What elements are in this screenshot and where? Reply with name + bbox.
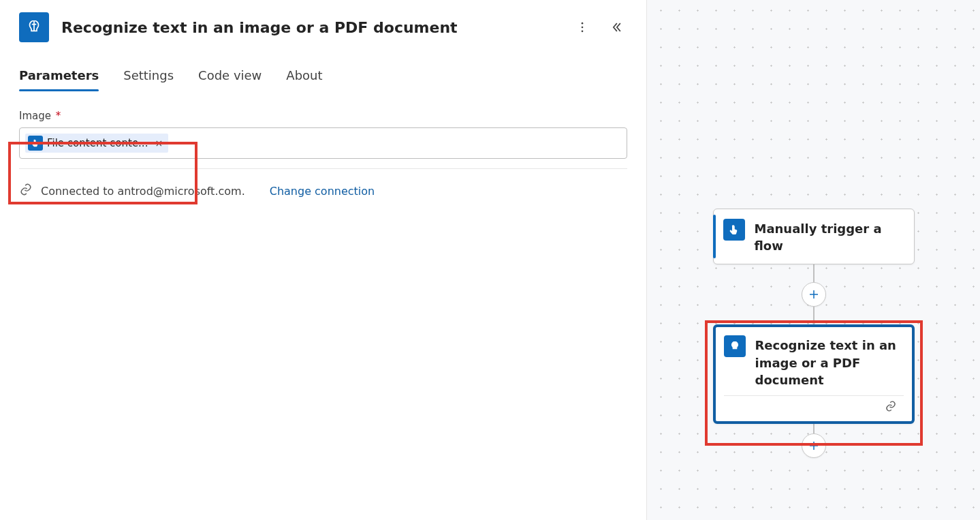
parameters-form: Image * File content conte... × [0,91,646,159]
change-connection-link[interactable]: Change connection [270,185,375,198]
node-title: Recognize text in an image or a PDF docu… [755,335,904,388]
ai-builder-icon [724,335,746,357]
connection-info: Connected to antrod@microsoft.com. Chang… [0,169,646,213]
node-trigger[interactable]: Manually trigger a flow [713,209,915,264]
tab-list: Parameters Settings Code view About [0,50,646,91]
field-label-image: Image * [19,110,627,122]
properties-panel: Recognize text in an image or a PDF docu… [0,0,647,520]
add-step-button[interactable] [802,433,826,458]
flow-canvas[interactable]: Manually trigger a flow Recognize text i… [647,0,980,520]
connection-text: Connected to antrod@microsoft.com. [41,185,245,198]
required-indicator: * [56,110,61,122]
ai-builder-icon [19,12,49,42]
svg-point-3 [582,31,584,33]
collapse-panel-button[interactable] [605,16,627,38]
image-input[interactable]: File content conte... × [19,127,627,159]
tab-settings[interactable]: Settings [123,68,174,91]
panel-title: Recognize text in an image or a PDF docu… [61,19,559,36]
node-footer [724,395,904,414]
node-title: Manually trigger a flow [755,219,904,254]
flow-column: Manually trigger a flow Recognize text i… [712,209,916,458]
tab-parameters[interactable]: Parameters [19,68,99,91]
connector-line [813,424,815,433]
node-recognize-text[interactable]: Recognize text in an image or a PDF docu… [713,324,915,424]
chip-text: File content conte... [47,137,148,149]
touch-icon [723,219,745,241]
touch-icon [28,136,43,151]
connector-arrow [813,307,815,324]
tab-about[interactable]: About [286,68,322,91]
svg-point-1 [582,22,584,25]
link-icon [19,183,33,199]
tab-code-view[interactable]: Code view [198,68,262,91]
panel-header: Recognize text in an image or a PDF docu… [0,0,646,50]
field-label-text: Image [19,110,51,122]
more-options-button[interactable] [571,16,593,38]
connector-line [813,264,815,282]
dynamic-content-chip[interactable]: File content conte... × [25,134,168,153]
svg-point-2 [582,27,584,29]
link-icon [885,400,897,414]
chip-remove-button[interactable]: × [155,138,163,149]
add-step-button[interactable] [802,282,826,307]
node-wrapper: Recognize text in an image or a PDF docu… [713,324,915,424]
